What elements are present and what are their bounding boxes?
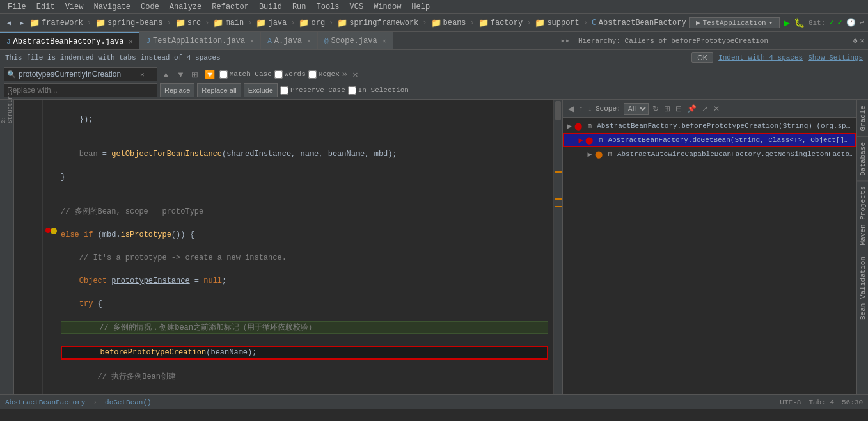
run-button[interactable]: ▶	[784, 17, 790, 29]
match-case-label[interactable]: Match Case	[219, 70, 272, 79]
tab-ajava[interactable]: A A.java ✕	[261, 32, 318, 49]
words-label[interactable]: Words	[274, 70, 306, 79]
forward-icon[interactable]: ▶	[17, 18, 27, 28]
find-all-btn[interactable]: ⊞	[189, 70, 200, 79]
hierarchy-callers-btn[interactable]: ↑	[578, 104, 584, 113]
expand-icon-2[interactable]: ▶	[586, 150, 594, 159]
nav-main[interactable]: 📁 main	[213, 18, 244, 28]
collapse-btn[interactable]: ⊟	[674, 104, 683, 113]
search-marker-2	[555, 198, 562, 200]
class-badge-1: m	[596, 135, 605, 145]
menu-build[interactable]: Build	[254, 1, 287, 13]
gradle-tab[interactable]: Gradle	[857, 100, 868, 136]
refresh-btn[interactable]: ↻	[651, 104, 660, 113]
nav-support[interactable]: 📁 support	[535, 18, 579, 28]
preserve-case-label[interactable]: Preserve Case	[280, 86, 345, 95]
menu-window[interactable]: Window	[368, 1, 406, 13]
back-icon[interactable]: ◀	[4, 18, 14, 28]
undo-icon[interactable]: ↩	[860, 18, 864, 28]
menu-edit[interactable]: Edit	[31, 1, 60, 13]
filter-btn[interactable]: 🔽	[203, 70, 217, 79]
menu-run[interactable]: Run	[287, 1, 312, 13]
find-input[interactable]	[16, 70, 138, 79]
clear-find-icon[interactable]: ✕	[138, 70, 147, 79]
maven-tab[interactable]: Maven Projects	[857, 180, 868, 250]
menu-code[interactable]: Code	[136, 1, 164, 13]
replace-all-btn[interactable]: Replace all	[197, 83, 241, 97]
nav-factory[interactable]: 📁 factory	[478, 18, 523, 28]
tree-row-1[interactable]: ▶ ⬤ m AbstractBeanFactory.doGetBean(Stri…	[563, 133, 856, 147]
search-more-btn[interactable]: »	[342, 69, 347, 79]
tree-row-2[interactable]: ▶ ⬤ m AbstractAutowireCapableBeanFactory…	[563, 147, 856, 161]
tab-scope[interactable]: @ Scope.java ✕	[318, 32, 393, 49]
hierarchy-close-icon[interactable]: ✕	[860, 36, 864, 45]
expand-btn[interactable]: ⊞	[663, 104, 672, 113]
bean-validation-tab[interactable]: Bean Validation	[857, 251, 868, 325]
breakpoint-marker[interactable]	[45, 228, 51, 233]
show-settings-link[interactable]: Show Settings	[808, 54, 863, 61]
tree-row-0[interactable]: ▶ ⬤ m AbstractBeanFactory.beforePrototyp…	[563, 119, 856, 133]
menu-help[interactable]: Help	[406, 1, 435, 13]
replace-input[interactable]	[4, 86, 152, 95]
menu-refactor[interactable]: Refactor	[207, 1, 254, 13]
code-editor[interactable]: ​ ​ ​ ​ ​ ​ ​ ​ ​ ​ ​ ​ ​ ​ ​ ​ ​ ​ ​ ​ …	[14, 100, 562, 394]
close-tab-3[interactable]: ✕	[383, 37, 386, 45]
regex-label[interactable]: Regex	[308, 70, 340, 79]
menu-navigate[interactable]: Navigate	[88, 1, 136, 13]
nav-beans[interactable]: 📁 beans	[431, 18, 466, 28]
export-btn[interactable]: ↗	[700, 104, 709, 113]
database-tab[interactable]: Database	[857, 136, 868, 181]
hierarchy-callees-btn[interactable]: ↓	[587, 104, 593, 113]
tab-testapplication[interactable]: J TestApplication.java ✕	[139, 32, 261, 49]
close-tab-2[interactable]: ✕	[307, 37, 311, 45]
sidebar-structure[interactable]: 2: Structure	[1, 102, 13, 114]
preserve-case-check[interactable]	[280, 86, 288, 95]
run-config[interactable]: ▶ TestApplication ▾	[689, 17, 780, 28]
scroll-thumb[interactable]	[555, 101, 561, 120]
menu-view[interactable]: View	[60, 1, 89, 13]
menu-analyze[interactable]: Analyze	[164, 1, 207, 13]
close-search-btn[interactable]: ✕	[352, 69, 358, 80]
hierarchy-settings-icon[interactable]: ⚙	[853, 36, 858, 45]
folder-icon-org: 📁	[299, 18, 309, 28]
nav-framework[interactable]: 📁 framework	[29, 18, 83, 28]
next-match-btn[interactable]: ▼	[175, 70, 187, 79]
tab-abstractbeanfactory[interactable]: J AbstractBeanFactory.java ✕	[0, 32, 139, 49]
status-class[interactable]: AbstractBeanFactory	[5, 399, 85, 406]
indent-link[interactable]: Indent with 4 spaces	[718, 54, 803, 61]
prev-match-btn[interactable]: ▲	[160, 70, 172, 79]
nav-org[interactable]: 📁 org	[299, 18, 325, 28]
expand-icon-1[interactable]: ▶	[577, 136, 585, 145]
nav-java[interactable]: 📁 java	[256, 18, 287, 28]
close-hierarchy-btn[interactable]: ✕	[712, 104, 721, 113]
clock-icon[interactable]: 🕐	[846, 18, 856, 28]
menu-file[interactable]: File	[3, 1, 31, 13]
match-case-check[interactable]	[219, 70, 228, 79]
hierarchy-back-btn[interactable]: ◀	[567, 104, 575, 113]
nav-spring-beans[interactable]: 📁 spring-beans	[95, 18, 162, 28]
scrollbar-markers[interactable]	[553, 100, 562, 394]
close-tab-1[interactable]: ✕	[250, 37, 254, 45]
regex-check[interactable]	[308, 70, 317, 79]
in-selection-check[interactable]	[348, 86, 356, 95]
close-tab-0[interactable]: ✕	[129, 38, 132, 45]
ok-button[interactable]: OK	[691, 52, 713, 63]
menu-vcs[interactable]: VCS	[345, 1, 369, 13]
tab-overflow-menu[interactable]: ▸▸	[557, 32, 574, 49]
exclude-btn[interactable]: Exclude	[244, 83, 278, 97]
scope-select[interactable]: All	[624, 103, 649, 115]
in-selection-label[interactable]: In Selection	[348, 86, 409, 95]
replace-btn[interactable]: Replace	[160, 83, 194, 97]
run-config-icon: ▶	[696, 19, 700, 27]
words-check[interactable]	[274, 70, 283, 79]
nav-springframework[interactable]: 📁 springframework	[337, 18, 418, 28]
nav-abstractbeanfactory[interactable]: C AbstractBeanFactory	[592, 18, 686, 28]
nav-src[interactable]: 📁 src	[175, 18, 201, 28]
debug-button[interactable]: 🐛	[794, 17, 805, 28]
menu-bar: File Edit View Navigate Code Analyze Ref…	[0, 0, 868, 14]
menu-tools[interactable]: Tools	[312, 1, 345, 13]
pin-btn[interactable]: 📌	[686, 104, 698, 113]
hint-marker[interactable]	[51, 228, 57, 234]
expand-icon-0[interactable]: ▶	[565, 122, 574, 131]
status-method[interactable]: doGetBean()	[105, 399, 152, 406]
